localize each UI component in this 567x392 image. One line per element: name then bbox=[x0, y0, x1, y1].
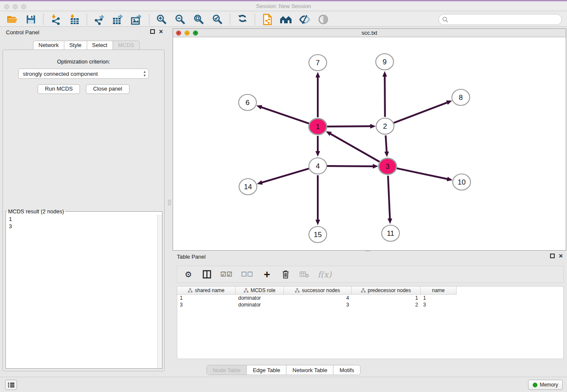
tab-select[interactable]: Select bbox=[87, 41, 113, 50]
column-header-name[interactable]: name bbox=[421, 287, 457, 295]
criterion-dropdown-value: strongly connected component bbox=[23, 71, 98, 77]
column-header-predecessor-nodes[interactable]: predecessor nodes bbox=[352, 287, 421, 295]
edge-3-11[interactable] bbox=[388, 176, 390, 219]
search-box[interactable] bbox=[438, 14, 562, 25]
save-session-button[interactable] bbox=[25, 14, 37, 25]
export-image-button[interactable] bbox=[130, 14, 143, 25]
edge-2-8[interactable] bbox=[394, 102, 448, 123]
node-11[interactable]: 11 bbox=[382, 225, 399, 241]
zoom-fit-icon bbox=[193, 14, 204, 25]
zoom-selected-button[interactable] bbox=[211, 14, 224, 25]
zoom-out-button[interactable] bbox=[174, 14, 187, 25]
add-column-button[interactable]: + bbox=[262, 268, 272, 280]
edge-3-10[interactable] bbox=[397, 168, 448, 179]
export-network-button[interactable] bbox=[93, 14, 106, 25]
trash-icon bbox=[282, 270, 289, 279]
memory-button[interactable]: Memory bbox=[528, 380, 563, 390]
table-cell: 2 bbox=[352, 301, 421, 308]
show-columns-button[interactable] bbox=[202, 268, 212, 280]
table-header-row: shared nameMCDS rolesuccessor nodesprede… bbox=[177, 287, 563, 295]
refresh-button[interactable] bbox=[236, 14, 249, 25]
node-9[interactable]: 9 bbox=[376, 54, 394, 70]
import-table-button[interactable] bbox=[68, 14, 81, 25]
node-10[interactable]: 10 bbox=[453, 174, 471, 190]
edge-3-1[interactable] bbox=[330, 133, 380, 162]
import-network-icon bbox=[50, 14, 61, 25]
network-canvas[interactable]: 7968124314101511 bbox=[173, 37, 566, 250]
select-all-columns-button[interactable]: ☑☑ bbox=[220, 268, 233, 280]
tab-node-table[interactable]: Node Table bbox=[207, 365, 247, 375]
node-8[interactable]: 8 bbox=[452, 89, 470, 105]
tree-icon bbox=[244, 288, 248, 293]
network-zoom-button[interactable]: + bbox=[193, 30, 198, 36]
eye-icon bbox=[318, 14, 329, 25]
edge-4-3[interactable] bbox=[327, 166, 374, 166]
open-file-button[interactable] bbox=[6, 14, 19, 25]
edge-2-9[interactable] bbox=[385, 76, 385, 117]
edge-2-3[interactable] bbox=[385, 135, 387, 152]
table-cell: 1 bbox=[352, 295, 421, 301]
table-row[interactable]: 3dominator323 bbox=[177, 301, 563, 308]
run-mcds-button[interactable]: Run MCDS bbox=[38, 84, 80, 94]
node-15[interactable]: 15 bbox=[309, 226, 327, 243]
tab-edge-table[interactable]: Edge Table bbox=[247, 365, 286, 375]
hide-graphics-button[interactable] bbox=[298, 14, 311, 25]
delete-columns-button[interactable] bbox=[281, 268, 291, 280]
node-14[interactable]: 14 bbox=[239, 179, 257, 195]
node-3[interactable]: 3 bbox=[379, 158, 396, 174]
float-table-panel-icon[interactable] bbox=[550, 254, 555, 258]
node-7[interactable]: 7 bbox=[309, 55, 327, 71]
table-options-button[interactable]: ⚙ bbox=[183, 268, 193, 280]
svg-text:2: 2 bbox=[383, 122, 387, 130]
node-1[interactable]: 1 bbox=[309, 119, 327, 135]
delete-table-button[interactable] bbox=[299, 268, 309, 280]
column-header-successor-nodes[interactable]: successor nodes bbox=[284, 287, 352, 295]
table-cell: 1 bbox=[421, 295, 457, 301]
tab-motifs[interactable]: Motifs bbox=[333, 365, 360, 375]
tab-style[interactable]: Style bbox=[64, 41, 87, 50]
node-table[interactable]: shared nameMCDS rolesuccessor nodesprede… bbox=[177, 286, 564, 359]
zoom-in-button[interactable] bbox=[155, 14, 168, 25]
network-minimize-button[interactable]: − bbox=[184, 30, 190, 36]
export-table-icon bbox=[112, 14, 124, 25]
tab-network-table[interactable]: Network Table bbox=[286, 365, 333, 375]
column-header-shared-name[interactable]: shared name bbox=[177, 287, 236, 295]
app-titlebar: Session: New Session bbox=[0, 0, 567, 11]
close-table-panel-icon[interactable]: × bbox=[559, 254, 563, 258]
network-file-button[interactable] bbox=[261, 14, 274, 25]
node-6[interactable]: 6 bbox=[239, 94, 256, 110]
result-scrollbar[interactable] bbox=[157, 215, 162, 368]
column-header-MCDS-role[interactable]: MCDS role bbox=[236, 287, 284, 295]
network-close-button[interactable]: × bbox=[176, 30, 181, 36]
table-row[interactable]: 1dominator411 bbox=[177, 295, 563, 301]
export-table-button[interactable] bbox=[112, 14, 124, 25]
vertical-splitter-handle[interactable] bbox=[168, 200, 171, 205]
float-panel-icon[interactable] bbox=[150, 29, 155, 34]
column-label: successor nodes bbox=[302, 287, 340, 293]
criterion-dropdown[interactable]: strongly connected component ▴▾ bbox=[18, 69, 149, 79]
task-history-button[interactable] bbox=[5, 380, 17, 390]
edge-4-14[interactable] bbox=[261, 168, 309, 182]
svg-text:14: 14 bbox=[244, 183, 252, 191]
table-cell: 4 bbox=[284, 295, 352, 301]
node-4[interactable]: 4 bbox=[309, 158, 327, 174]
mcds-result-group: MCDS result (2 nodes) 13 bbox=[6, 208, 162, 369]
table-cell: dominator bbox=[236, 301, 284, 308]
tab-network[interactable]: Network bbox=[33, 41, 64, 50]
mcds-result-list: 13 bbox=[6, 215, 157, 368]
zoom-fit-button[interactable] bbox=[193, 14, 205, 25]
tab-mcds[interactable]: MCDS bbox=[113, 41, 140, 50]
function-builder-button[interactable]: f(x) bbox=[318, 268, 332, 280]
home-button[interactable] bbox=[280, 14, 292, 25]
search-input[interactable] bbox=[449, 17, 561, 23]
close-panel-button[interactable]: Close panel bbox=[86, 84, 129, 94]
node-2[interactable]: 2 bbox=[376, 118, 394, 134]
edge-1-2[interactable] bbox=[327, 126, 371, 127]
unselect-all-columns-button[interactable]: ☐☐ bbox=[241, 268, 253, 280]
show-graphics-button[interactable] bbox=[317, 14, 330, 25]
import-network-button[interactable] bbox=[50, 14, 62, 25]
mcds-result-line: 3 bbox=[9, 223, 157, 230]
edge-1-6[interactable] bbox=[261, 107, 309, 124]
search-icon bbox=[442, 17, 449, 23]
close-panel-icon[interactable]: × bbox=[159, 29, 163, 34]
